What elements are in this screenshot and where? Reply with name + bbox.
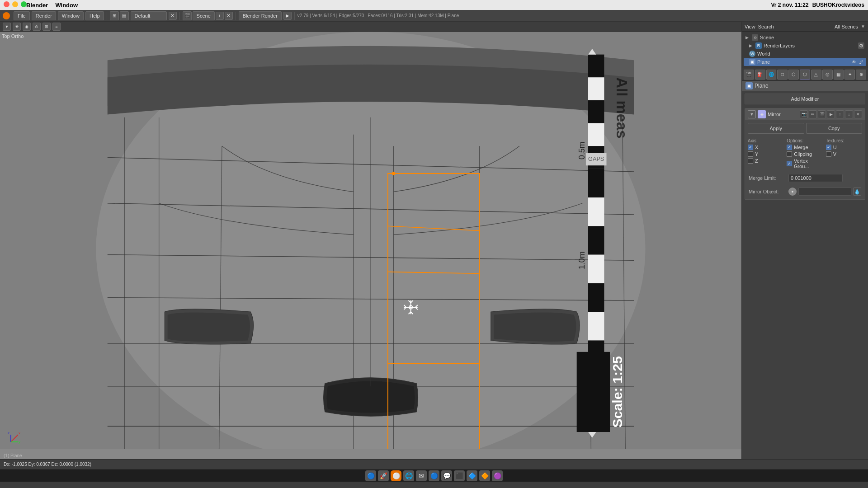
plane-lock-icon[interactable]: 🖊 bbox=[858, 59, 864, 65]
axis-x-checkbox[interactable] bbox=[748, 145, 753, 150]
tree-item-plane[interactable]: ▣ Plane 👁 🖊 bbox=[744, 58, 866, 66]
taskbar-slack[interactable]: 💬 bbox=[441, 470, 452, 481]
blender-toolbar: File Render Window Help ⊞ ▤ Default ✕ 🎬 … bbox=[0, 10, 868, 22]
viewport-shade-icon[interactable]: ◉ bbox=[23, 23, 31, 31]
modifier-realtime-icon[interactable]: ▶ bbox=[827, 110, 835, 118]
modifier-camera-icon[interactable]: 📷 bbox=[800, 110, 808, 118]
props-icon-render[interactable]: 🎬 bbox=[744, 70, 754, 80]
props-icon-material[interactable]: ◎ bbox=[822, 70, 833, 80]
modifier-down-icon[interactable]: ↓ bbox=[845, 110, 853, 118]
tree-item-renderlayers[interactable]: ▶ R RenderLayers ⚙ bbox=[744, 42, 866, 50]
taskbar-safari[interactable]: 🌐 bbox=[403, 470, 414, 481]
scenes-dropdown-arrow[interactable]: ▼ bbox=[861, 24, 865, 29]
viewport-view-icon[interactable]: 👁 bbox=[13, 23, 21, 31]
all-scenes-label: All Scenes bbox=[835, 24, 858, 29]
viewport-props-icon[interactable]: ≡ bbox=[52, 23, 61, 31]
axis-y-checkbox[interactable] bbox=[748, 151, 753, 157]
viewport-layer-icon[interactable]: ⊞ bbox=[42, 23, 51, 31]
view-label[interactable]: View bbox=[745, 24, 755, 29]
props-icon-constraints[interactable]: ⬡ bbox=[788, 70, 799, 80]
viewport-pivot-icon[interactable]: ⊙ bbox=[33, 23, 41, 31]
layout-icon[interactable]: ⊞ bbox=[110, 11, 119, 20]
scene-remove[interactable]: ✕ bbox=[225, 12, 233, 20]
blender-logo bbox=[3, 12, 10, 19]
mode-close[interactable]: ✕ bbox=[169, 12, 177, 20]
taskbar-chrome[interactable]: 🔵 bbox=[429, 470, 439, 481]
svg-point-21 bbox=[392, 172, 396, 175]
svg-rect-44 bbox=[588, 226, 604, 254]
clipping-checkbox[interactable] bbox=[787, 151, 792, 157]
scene-selector[interactable]: Scene bbox=[193, 11, 215, 20]
mirror-object-field-group: ● 💧 bbox=[788, 188, 861, 196]
toolbar-separator-2 bbox=[179, 12, 180, 20]
taskbar-illustrator[interactable]: 🔶 bbox=[479, 470, 490, 481]
props-icon-particles[interactable]: ✦ bbox=[844, 70, 855, 80]
eyedropper-icon[interactable]: 💧 bbox=[853, 188, 861, 196]
minimize-button[interactable] bbox=[12, 1, 18, 7]
tex-u-checkbox[interactable] bbox=[826, 145, 831, 150]
axis-column: Axis: X Y Z bbox=[748, 138, 784, 170]
modifier-collapse-arrow[interactable]: ▼ bbox=[748, 110, 756, 118]
tex-v-checkbox[interactable] bbox=[826, 151, 831, 157]
render-animate-icon[interactable]: ▶ bbox=[283, 12, 292, 20]
props-icon-texture[interactable]: ▦ bbox=[834, 70, 844, 80]
render-menu[interactable]: Render bbox=[32, 11, 56, 20]
app-name[interactable]: Blender bbox=[26, 2, 48, 9]
viewport-object-label: (1) Plane bbox=[4, 453, 22, 458]
traffic-lights bbox=[4, 1, 27, 7]
toolbar-separator-4 bbox=[294, 12, 295, 20]
viewport-menu-icon[interactable]: ▼ bbox=[3, 23, 11, 31]
taskbar-premiere[interactable]: 🟣 bbox=[492, 470, 503, 481]
taskbar-blender[interactable]: ⚪ bbox=[391, 470, 401, 481]
window-menu[interactable]: Window bbox=[55, 2, 78, 9]
svg-rect-50 bbox=[577, 352, 610, 432]
modifier-edit-icon[interactable]: ✏ bbox=[809, 110, 817, 118]
tree-item-world[interactable]: W World bbox=[744, 50, 866, 58]
modifier-delete-icon[interactable]: ✕ bbox=[854, 110, 862, 118]
copy-button[interactable]: Copy bbox=[806, 123, 863, 134]
mode-selector[interactable]: Default bbox=[131, 11, 167, 20]
axes-indicator: x z y bbox=[7, 431, 22, 446]
modifier-render-icon[interactable]: 🎬 bbox=[818, 110, 826, 118]
vertex-groups-checkbox[interactable] bbox=[787, 161, 792, 166]
props-icon-object[interactable]: □ bbox=[777, 70, 788, 80]
taskbar-photoshop[interactable]: 🔷 bbox=[467, 470, 477, 481]
axis-z-checkbox[interactable] bbox=[748, 158, 753, 164]
props-icon-physics[interactable]: ⊕ bbox=[856, 70, 866, 80]
search-label[interactable]: Search bbox=[758, 24, 774, 29]
merge-checkbox[interactable] bbox=[787, 145, 792, 150]
renderlayers-settings-icon[interactable]: ⚙ bbox=[858, 42, 864, 49]
axis-x-label: X bbox=[755, 145, 758, 150]
props-icon-modifiers[interactable]: ⬡ bbox=[800, 70, 810, 80]
props-icon-world[interactable]: 🌐 bbox=[766, 70, 777, 80]
tree-item-scene[interactable]: ▶ ⎋ Scene bbox=[744, 33, 866, 42]
viewport-3d[interactable]: ▼ 👁 ◉ ⊙ ⊞ ≡ Top Ortho bbox=[0, 22, 741, 459]
file-menu[interactable]: File bbox=[14, 11, 30, 20]
axis-z-row: Z bbox=[748, 158, 784, 164]
window-menu[interactable]: Window bbox=[58, 11, 84, 20]
merge-limit-input[interactable] bbox=[788, 174, 843, 182]
props-icon-scene[interactable]: ⛽ bbox=[755, 70, 765, 80]
mirror-object-field[interactable] bbox=[798, 188, 851, 196]
close-button[interactable] bbox=[4, 1, 9, 7]
apply-button[interactable]: Apply bbox=[748, 123, 804, 134]
viewport-header: ▼ 👁 ◉ ⊙ ⊞ ≡ bbox=[0, 22, 741, 32]
taskbar-finder[interactable]: 🔵 bbox=[365, 470, 376, 481]
scene-add[interactable]: + bbox=[216, 12, 224, 20]
modifier-up-icon[interactable]: ↑ bbox=[836, 110, 844, 118]
plane-visibility-icon[interactable]: 👁 bbox=[851, 59, 857, 65]
taskbar-launchpad[interactable]: 🚀 bbox=[378, 470, 389, 481]
merge-label: Merge bbox=[794, 145, 808, 150]
clipping-row: Clipping bbox=[787, 151, 823, 157]
timeline-icon[interactable]: ▤ bbox=[120, 11, 129, 20]
modifier-header[interactable]: ▼ ◈ Mirror 📷 ✏ 🎬 ▶ ↑ ↓ ✕ bbox=[745, 108, 865, 120]
tex-u-row: U bbox=[826, 145, 862, 150]
taskbar-terminal[interactable]: ⬛ bbox=[454, 470, 465, 481]
taskbar-mail[interactable]: ✉ bbox=[416, 470, 427, 481]
renderer-selector[interactable]: Blender Render bbox=[239, 11, 282, 20]
add-modifier-button[interactable]: Add Modifier bbox=[745, 94, 865, 104]
help-menu[interactable]: Help bbox=[85, 11, 104, 20]
props-icon-data[interactable]: △ bbox=[811, 70, 821, 80]
renderlayers-icon: R bbox=[755, 42, 762, 49]
maximize-button[interactable] bbox=[21, 1, 27, 7]
